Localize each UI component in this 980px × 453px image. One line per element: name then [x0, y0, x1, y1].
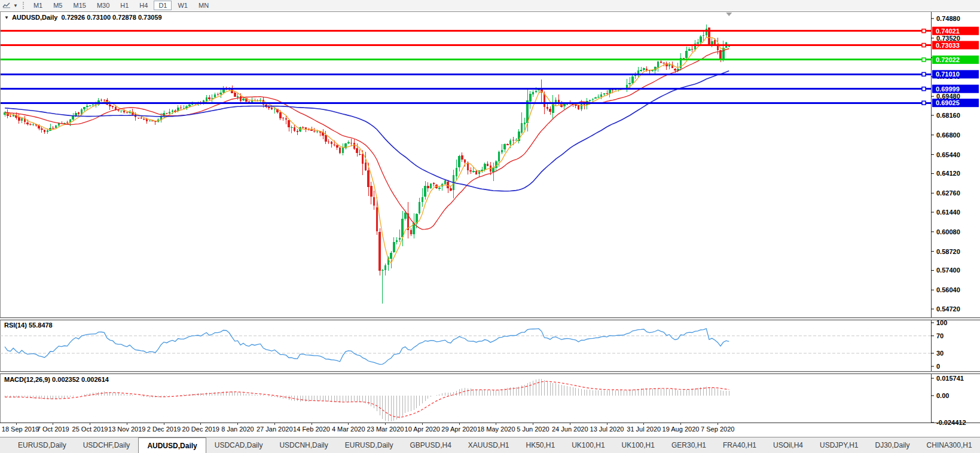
pane-splitter[interactable]: [0, 372, 980, 374]
rsi-value: 55.8478: [29, 322, 53, 329]
chart-title: ▼AUDUSD,Daily 0.72926 0.73100 0.72878 0.…: [4, 14, 162, 21]
candlestick-series: [4, 25, 730, 304]
tab-usdjpy-h1[interactable]: USDJPY,H1: [811, 437, 866, 453]
date-axis: 18 Sep 20197 Oct 201925 Oct 201913 Nov 2…: [2, 423, 735, 433]
date-label: 5 Jun 2020: [517, 426, 549, 433]
price-pane: [4, 25, 730, 304]
candle-body: [722, 48, 725, 60]
date-label: 24 Jun 2020: [552, 426, 588, 433]
candle-body: [188, 105, 191, 106]
toolbar-grip[interactable]: [23, 2, 24, 9]
hline-price-label: 0.74021: [936, 27, 960, 35]
candle-body: [697, 42, 699, 44]
rsi-label: RSI(14) 55.8478: [4, 322, 53, 329]
tab-audusd-daily[interactable]: AUDUSD,Daily: [138, 437, 206, 453]
hline-price-label: 0.73033: [936, 42, 960, 49]
timeframe-button-H1[interactable]: H1: [115, 1, 133, 10]
tab-fra40-h1[interactable]: FRA40,H1: [715, 437, 765, 453]
candle-body: [72, 116, 74, 120]
candle-body: [268, 107, 270, 108]
candle-body: [469, 170, 472, 172]
candle-body: [26, 123, 29, 124]
tab-usdcnh-daily[interactable]: USDCNH,Daily: [271, 437, 336, 453]
candle-body: [501, 150, 503, 152]
candle-body: [600, 94, 603, 97]
candle-body: [532, 92, 535, 94]
candle-body: [509, 140, 512, 145]
timeframe-button-M1[interactable]: M1: [29, 1, 47, 10]
toolbar: ▼ M1M5M15M30H1H4D1W1MN: [0, 0, 980, 11]
collapse-icon[interactable]: ▼: [4, 15, 9, 20]
tab-dj30-daily[interactable]: DJ30,Daily: [867, 437, 918, 453]
tab-hk50-h1[interactable]: HK50,H1: [518, 437, 564, 453]
candle-body: [331, 142, 333, 144]
price-tick-label: 0.64120: [936, 170, 960, 177]
chart-shift-marker-icon[interactable]: [726, 13, 732, 16]
tab-xauusd-h1[interactable]: XAUUSD,H1: [460, 437, 518, 453]
dropdown-caret-icon[interactable]: ▼: [13, 3, 18, 8]
candle-body: [714, 40, 716, 45]
candle-body: [410, 230, 413, 234]
candle-body: [503, 144, 506, 149]
tab-eurusd-daily[interactable]: EURUSD,Daily: [10, 437, 75, 453]
tab-usoil-h4[interactable]: USOil,H4: [765, 437, 811, 453]
candle-body: [438, 188, 441, 189]
tab-uk100-h1[interactable]: UK100,H1: [613, 437, 663, 453]
candle-body: [484, 164, 486, 170]
candle-body: [297, 131, 299, 132]
candle-body: [703, 35, 705, 36]
chart-tool-icon[interactable]: [1, 1, 12, 10]
moving-average-20: [5, 48, 729, 229]
chart-canvas[interactable]: 0.748800.735200.721600.708400.694800.681…: [0, 11, 980, 437]
timeframe-button-M15[interactable]: M15: [68, 1, 90, 10]
candle-body: [344, 143, 347, 149]
tab-usdchf-daily[interactable]: USDCHF,Daily: [75, 437, 139, 453]
price-tick-label: 0.73520: [936, 35, 960, 42]
tab-gbpusd-h4[interactable]: GBPUSD,H4: [401, 437, 459, 453]
date-label: 20 Dec 2019: [182, 426, 219, 433]
timeframe-button-D1[interactable]: D1: [154, 1, 172, 10]
tab-china300-h1[interactable]: CHINA300,H1: [918, 437, 980, 453]
hline-handle[interactable]: [922, 29, 926, 33]
candle-body: [174, 111, 176, 112]
candle-body: [637, 71, 640, 74]
hline-handle[interactable]: [922, 87, 926, 91]
candle-body: [487, 164, 489, 166]
pane-splitter[interactable]: [0, 318, 980, 320]
candle-body: [342, 148, 344, 153]
tab-ger30-h1[interactable]: GER30,H1: [663, 437, 715, 453]
date-label: 18 May 2020: [477, 426, 515, 433]
hline-handle[interactable]: [922, 44, 926, 47]
candle-body: [49, 128, 51, 131]
candle-body: [615, 90, 617, 90]
timeframe-button-MN[interactable]: MN: [194, 1, 213, 10]
hline-handle[interactable]: [922, 101, 926, 105]
timeframe-button-W1[interactable]: W1: [173, 1, 193, 10]
candle-body: [234, 93, 236, 97]
tab-uk100-h1[interactable]: UK100,H1: [563, 437, 613, 453]
timeframe-button-M5[interactable]: M5: [48, 1, 67, 10]
candle-body: [285, 118, 288, 120]
hline-handle[interactable]: [922, 58, 926, 62]
price-tick-label: 0.58720: [936, 248, 960, 255]
candle-body: [475, 171, 478, 175]
candle-body: [294, 127, 296, 131]
price-tick-label: 0.60080: [936, 228, 960, 235]
price-tick-label: 0.57400: [936, 267, 960, 274]
hline-handle[interactable]: [922, 72, 926, 76]
candle-body: [169, 112, 171, 113]
timeframe-button-H4[interactable]: H4: [135, 1, 152, 10]
candle-body: [172, 111, 174, 112]
tab-eurusd-daily[interactable]: EURUSD,Daily: [337, 437, 402, 453]
candle-body: [83, 107, 86, 109]
macd-signal-line: [5, 381, 729, 417]
candle-body: [458, 156, 460, 168]
candle-body: [498, 152, 500, 161]
candle-body: [180, 108, 182, 108]
candle-body: [138, 118, 140, 118]
candle-body: [549, 109, 551, 112]
candle-body: [592, 99, 594, 100]
timeframe-button-M30[interactable]: M30: [92, 1, 114, 10]
tab-usdcad-daily[interactable]: USDCAD,Daily: [206, 437, 271, 453]
horizontal-lines: 0.740210.730330.720220.710100.699990.690…: [0, 27, 979, 107]
